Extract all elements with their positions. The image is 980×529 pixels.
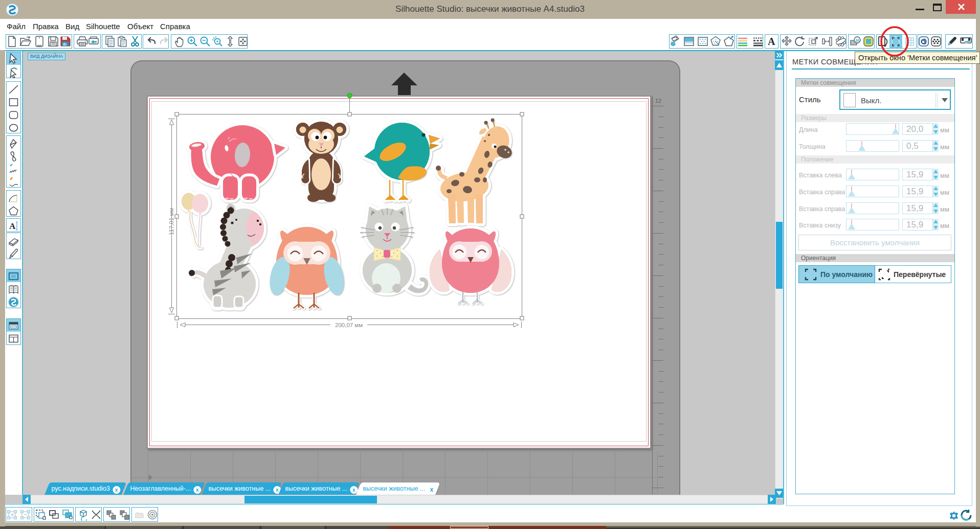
svg-text:A: A xyxy=(9,221,16,231)
svg-text:200,07 мм: 200,07 мм xyxy=(335,322,363,328)
svg-text:117,01 мм: 117,01 мм xyxy=(168,208,174,235)
svg-text:9: 9 xyxy=(148,474,151,480)
svg-text:12: 12 xyxy=(655,98,661,104)
